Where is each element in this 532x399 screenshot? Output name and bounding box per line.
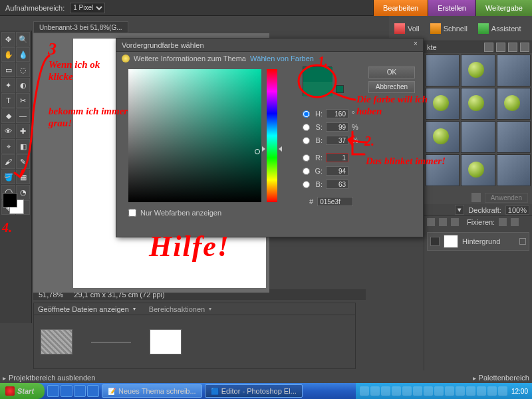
tool-heal[interactable]: ✚ — [16, 124, 30, 138]
mode-full[interactable]: Voll — [394, 23, 420, 34]
fx-thumb[interactable] — [461, 121, 495, 153]
tray-icon[interactable] — [477, 386, 486, 396]
websafe-swatch[interactable] — [336, 85, 344, 93]
cancel-button[interactable]: Abbrechen — [368, 81, 415, 93]
tray-icon[interactable] — [498, 386, 507, 396]
tool-redeye[interactable]: 👁 — [1, 124, 15, 138]
opacity-value[interactable]: 100% — [505, 205, 529, 215]
tab-create[interactable]: Erstellen — [428, 0, 475, 16]
tray-icon[interactable] — [445, 386, 454, 396]
info-link[interactable]: Wählen von Farben — [250, 55, 314, 63]
hue-slider[interactable] — [267, 69, 277, 202]
fx-cat-1[interactable] — [484, 43, 493, 52]
lock-transparent-icon[interactable] — [499, 218, 507, 226]
radio-h[interactable] — [303, 110, 310, 118]
tray-icon[interactable] — [424, 386, 433, 396]
web-colors-only[interactable]: Nur Webfarben anzeigen — [128, 209, 221, 217]
h-field[interactable] — [326, 109, 348, 118]
tool-bucket[interactable]: 🪣 — [1, 170, 15, 184]
tray-icon[interactable] — [370, 386, 380, 396]
tray-icon[interactable] — [487, 386, 497, 396]
tool-blur[interactable]: ◔ — [16, 185, 30, 200]
tool-cookie[interactable]: ◆ — [1, 108, 15, 123]
tool-hand[interactable]: ✋ — [1, 47, 15, 62]
tool-marquee[interactable]: ▭ — [1, 63, 15, 77]
layer-row[interactable]: Hintergrund — [427, 232, 529, 251]
tray-icon[interactable] — [434, 386, 444, 396]
fx-thumb[interactable] — [461, 55, 495, 86]
ok-button[interactable]: OK — [368, 66, 415, 78]
fx-thumb[interactable] — [461, 88, 495, 120]
taskbar-item[interactable]: 📝 Neues Thema schreib... — [102, 384, 202, 398]
tool-straighten[interactable]: — — [16, 108, 30, 123]
blend-mode[interactable]: ▾ — [455, 205, 464, 215]
tray-icon[interactable] — [466, 386, 475, 396]
palette-area-toggle[interactable]: ▸ Palettenbereich — [473, 374, 529, 382]
tool-wand[interactable]: ✦ — [1, 78, 15, 92]
radio-r[interactable] — [303, 154, 310, 162]
start-button[interactable]: Start — [0, 383, 45, 399]
lock-all-icon[interactable] — [511, 218, 519, 226]
radio-bb[interactable] — [303, 181, 310, 188]
visibility-icon[interactable] — [430, 237, 440, 246]
trash-icon[interactable] — [471, 193, 481, 202]
foreground-swatch[interactable] — [3, 193, 17, 207]
ql-icon[interactable] — [61, 385, 72, 397]
tool-brush[interactable]: 🖌 — [1, 154, 15, 169]
taskbar-item[interactable]: 🟦 Editor - Photoshop El... — [205, 384, 303, 398]
tool-clone[interactable]: ⌖ — [1, 139, 15, 154]
bin-thumb-1[interactable] — [41, 329, 72, 354]
fx-thumb[interactable] — [497, 55, 531, 86]
ql-icon[interactable] — [74, 385, 86, 397]
tray-icon[interactable] — [402, 386, 412, 396]
tool-crop[interactable]: ✂ — [16, 93, 30, 108]
s-field[interactable] — [326, 122, 348, 132]
hide-project-bin[interactable]: ▸ Projektbereich ausblenden — [3, 374, 95, 382]
radio-s[interactable] — [303, 124, 310, 131]
fx-thumb[interactable] — [426, 121, 460, 153]
g-field[interactable] — [326, 166, 348, 176]
radio-g[interactable] — [303, 168, 310, 175]
tool-smartbrush[interactable]: ✎ — [16, 154, 30, 169]
layer-del-icon[interactable] — [451, 218, 459, 226]
layer-new-icon[interactable] — [427, 218, 435, 226]
close-icon[interactable]: × — [411, 40, 420, 49]
fx-thumb[interactable] — [426, 88, 460, 120]
saturation-value-field[interactable] — [128, 69, 261, 202]
fx-cat-4[interactable] — [520, 43, 529, 52]
tray-icon[interactable] — [360, 386, 369, 396]
old-color[interactable] — [303, 82, 332, 96]
apply-button[interactable]: Anwenden — [485, 193, 528, 203]
range-select[interactable]: 1 Pixel — [70, 3, 105, 13]
fx-thumb[interactable] — [497, 154, 531, 186]
tray-icon[interactable] — [392, 386, 401, 396]
bin-thumb-2[interactable] — [150, 329, 182, 354]
mode-assist[interactable]: Assistent — [478, 23, 521, 34]
radio-b[interactable] — [303, 137, 310, 144]
tab-share[interactable]: Weitergabe — [475, 0, 532, 16]
bv-field[interactable] — [326, 136, 348, 145]
fx-thumb[interactable] — [426, 55, 460, 86]
tool-zoom[interactable]: 🔍 — [16, 32, 30, 47]
fx-thumb[interactable] — [426, 154, 460, 186]
tray-icon[interactable] — [381, 386, 390, 396]
tray-icon[interactable] — [413, 386, 422, 396]
fx-thumb[interactable] — [497, 121, 531, 153]
tool-eraser[interactable]: ◧ — [16, 139, 30, 154]
clock[interactable]: 12:00 — [511, 388, 528, 395]
area-actions-dropdown[interactable]: Bereichsaktionen — [149, 305, 205, 313]
hex-field[interactable] — [317, 197, 353, 206]
fx-cat-2[interactable] — [496, 43, 505, 52]
document-tab[interactable]: Unbenannt-3 bei 51,8%(G... — [33, 21, 128, 33]
mode-quick[interactable]: Schnell — [430, 23, 467, 34]
tab-edit[interactable]: Bearbeiten — [373, 0, 428, 16]
ql-icon[interactable] — [87, 385, 99, 397]
fx-thumb[interactable] — [461, 154, 495, 186]
tray-icon[interactable] — [456, 386, 465, 396]
r-field[interactable] — [326, 153, 348, 162]
tool-gradient[interactable]: ▦ — [16, 170, 30, 184]
open-files-dropdown[interactable]: Geöffnete Dateien anzeigen — [38, 305, 129, 313]
web-colors-checkbox[interactable] — [128, 209, 136, 217]
tool-move[interactable]: ✥ — [1, 32, 15, 47]
tool-lasso[interactable]: ◌ — [16, 63, 30, 77]
